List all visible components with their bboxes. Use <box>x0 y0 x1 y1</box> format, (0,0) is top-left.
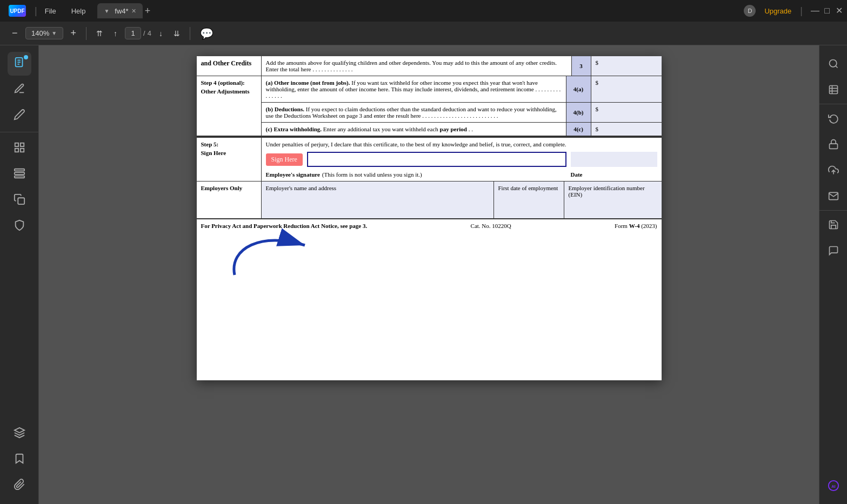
step4b-desc: (b) Deductions. If you expect to claim d… <box>262 103 566 122</box>
sidebar-item-bookmark[interactable] <box>8 448 31 472</box>
zoom-display[interactable]: 140% ▼ <box>25 27 63 39</box>
credits-num-text: 3 <box>579 63 583 69</box>
zoom-in-button[interactable]: + <box>68 25 80 41</box>
protect-icon <box>14 219 25 234</box>
page-up-button[interactable]: ↑ <box>110 27 121 40</box>
comment-icon <box>828 245 839 256</box>
tab-add-button[interactable]: + <box>145 5 151 17</box>
page-separator: / <box>143 29 145 37</box>
sidebar-item-copy[interactable] <box>8 189 31 212</box>
sidebar-divider1 <box>0 132 38 132</box>
step4c-text: Enter any additional tax you want withhe… <box>323 126 440 132</box>
right-rotate-button[interactable] <box>822 106 845 130</box>
bookmark-icon <box>14 453 25 467</box>
ocr-icon <box>828 84 839 95</box>
credits-description: Add the amounts above for qualifying chi… <box>262 56 572 76</box>
active-dot <box>24 55 28 59</box>
upgrade-button[interactable]: Upgrade <box>760 5 796 17</box>
employers-section: Employers Only Employer's name and addre… <box>197 182 662 219</box>
file-menu[interactable]: File <box>42 5 59 17</box>
rotate-icon <box>828 113 839 124</box>
step4c-bold: pay period <box>440 126 467 132</box>
step5-content: Under penalties of perjury, I declare th… <box>262 138 662 181</box>
page-down-button[interactable]: ↓ <box>156 27 166 40</box>
step4b-num: 4(b) <box>566 103 591 122</box>
page-total: 4 <box>148 29 151 37</box>
step4a-num-text: 4(a) <box>573 86 583 92</box>
document-icon <box>14 57 25 71</box>
page-input[interactable] <box>125 27 141 39</box>
divider1 <box>86 27 86 40</box>
sidebar-item-attach[interactable] <box>8 474 31 498</box>
sidebar-item-organize[interactable] <box>8 163 31 186</box>
sidebar-item-document[interactable] <box>8 52 31 76</box>
credits-amount-cell: $ <box>591 56 662 76</box>
sidebar-item-edit[interactable] <box>8 78 31 102</box>
svg-rect-4 <box>15 143 18 146</box>
user-avatar[interactable]: D <box>744 5 756 17</box>
svg-rect-20 <box>829 144 837 149</box>
credits-label-text: and Other Credits <box>201 59 252 67</box>
right-comment-button[interactable] <box>822 239 845 263</box>
step5-num: Step 5: <box>201 141 257 147</box>
sidebar-item-protect[interactable] <box>8 214 31 238</box>
signature-field[interactable] <box>307 152 566 167</box>
right-upload-button[interactable] <box>822 158 845 182</box>
window-controls: — □ ✕ <box>811 7 843 15</box>
credits-dots: . . . . . . . . . . . . . . <box>312 66 352 72</box>
step4b-text: If you expect to claim deductions other … <box>266 106 557 119</box>
sidebar-item-layers[interactable] <box>8 422 31 446</box>
minimize-button[interactable]: — <box>811 7 819 15</box>
divider2 <box>190 27 190 40</box>
credits-desc-text: Add the amounts above for qualifying chi… <box>266 59 557 72</box>
sidebar-item-annotate[interactable] <box>8 104 31 127</box>
step4b-amount: $ <box>591 103 662 122</box>
step4b-num-text: 4(b) <box>573 109 584 116</box>
date-field[interactable] <box>571 152 657 167</box>
right-lock-button[interactable] <box>822 132 845 156</box>
tab-label: fw4* <box>115 7 128 15</box>
save-icon <box>828 219 839 230</box>
comment-button[interactable]: 💬 <box>197 25 217 42</box>
right-ai-button[interactable]: AI <box>822 474 845 498</box>
right-save-button[interactable] <box>822 213 845 237</box>
right-search-button[interactable] <box>822 52 845 76</box>
toolbar: − 140% ▼ + ⇈ ↑ / 4 ↓ ⇊ 💬 <box>0 22 847 45</box>
step4c-row: (c) Extra withholding. Enter any additio… <box>262 123 662 136</box>
separator: | <box>35 5 37 17</box>
right-email-button[interactable] <box>822 184 845 208</box>
zoom-out-button[interactable]: − <box>9 25 21 41</box>
step4a-title: Other income (not from jobs). <box>274 79 350 86</box>
menu-bar: File Help <box>42 5 89 17</box>
step4-sub: Other Adjustments <box>201 88 257 95</box>
date-label: Date <box>571 171 657 178</box>
tab-fw4[interactable]: ▼ fw4* × <box>97 3 142 18</box>
help-menu[interactable]: Help <box>68 5 89 17</box>
step4b-dots: . . . . . . . . . . . . . . . . . . . . … <box>422 112 498 119</box>
edit-pen-icon <box>14 83 25 97</box>
main-layout: and Other Credits Add the amounts above … <box>0 45 847 504</box>
step4c-num: 4(c) <box>566 123 591 136</box>
tab-close-button[interactable]: × <box>132 6 136 15</box>
tab-area: ▼ fw4* × + <box>97 3 739 18</box>
sidebar-item-pages[interactable] <box>8 137 31 160</box>
step4a-num: 4(a) <box>566 76 591 102</box>
sig-desc: (This form is not valid unless you sign … <box>322 171 422 178</box>
upload-icon <box>828 165 839 176</box>
footer-cat: Cat. No. 10220Q <box>471 223 511 229</box>
page-top-button[interactable]: ⇈ <box>93 27 106 40</box>
maximize-button[interactable]: □ <box>823 7 831 15</box>
employer-ein-label: Employer identification number (EIN) <box>569 185 645 198</box>
app-logo[interactable]: UPDF <box>4 3 30 19</box>
step4c-num-text: 4(c) <box>573 126 583 132</box>
document-area[interactable]: and Other Credits Add the amounts above … <box>39 45 819 504</box>
page-bottom-button[interactable]: ⇊ <box>170 27 183 40</box>
step5-desc: Under penalties of perjury, I declare th… <box>266 141 657 147</box>
sep2: | <box>800 5 803 17</box>
sign-here-button[interactable]: Sign Here <box>266 153 303 166</box>
step4-title: Step 4 (optional): <box>201 79 257 86</box>
w4-form-page: and Other Credits Add the amounts above … <box>197 56 662 380</box>
right-ocr-button[interactable] <box>822 78 845 102</box>
close-button[interactable]: ✕ <box>835 7 843 15</box>
sig-label-row: Employee's signature (This form is not v… <box>266 171 657 178</box>
